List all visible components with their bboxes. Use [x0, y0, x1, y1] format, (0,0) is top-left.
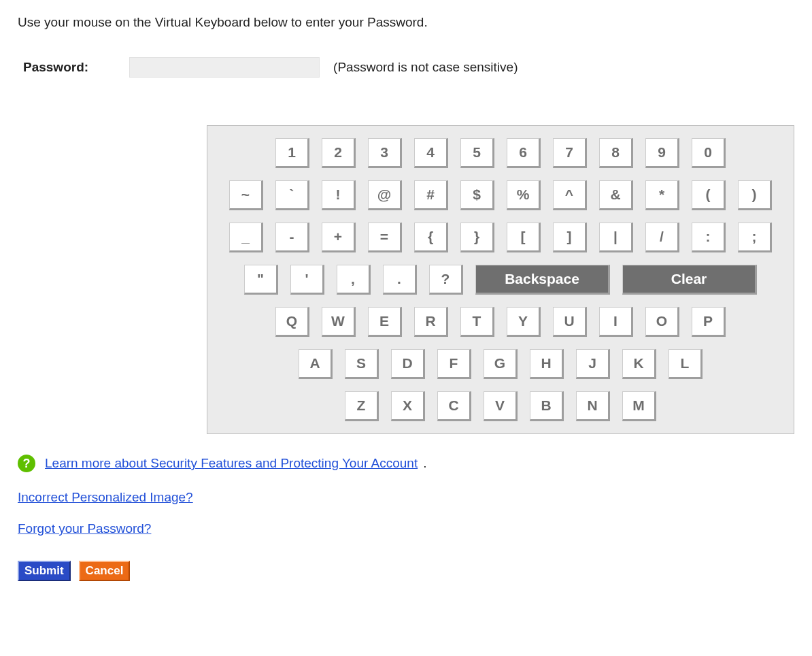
- key-tilde[interactable]: ~: [229, 180, 263, 210]
- key-m[interactable]: M: [622, 391, 656, 421]
- key-o[interactable]: O: [645, 307, 679, 337]
- forgot-password-link[interactable]: Forgot your Password?: [18, 521, 151, 536]
- key-semicolon[interactable]: ;: [738, 223, 772, 252]
- key-caret[interactable]: ^: [553, 180, 587, 210]
- key-b[interactable]: B: [530, 391, 564, 421]
- key-minus[interactable]: -: [275, 223, 309, 252]
- help-icon: ?: [18, 455, 35, 472]
- key-1[interactable]: 1: [275, 138, 309, 168]
- key-u[interactable]: U: [553, 307, 587, 337]
- key-rbracket[interactable]: ]: [553, 223, 587, 252]
- key-0[interactable]: 0: [692, 138, 726, 168]
- key-n[interactable]: N: [576, 391, 610, 421]
- cancel-button[interactable]: Cancel: [79, 561, 131, 581]
- key-amp[interactable]: &: [599, 180, 633, 210]
- key-underscore[interactable]: _: [229, 223, 263, 252]
- keyboard-row-4: " ' , . ? Backspace Clear: [244, 265, 757, 295]
- key-g[interactable]: G: [484, 349, 518, 379]
- key-lbrace[interactable]: {: [414, 223, 448, 252]
- key-h[interactable]: H: [530, 349, 564, 379]
- key-6[interactable]: 6: [507, 138, 541, 168]
- key-rparen[interactable]: ): [738, 180, 772, 210]
- keyboard-row-1: 1 2 3 4 5 6 7 8 9 0: [275, 138, 726, 168]
- key-lparen[interactable]: (: [692, 180, 726, 210]
- key-equals[interactable]: =: [368, 223, 402, 252]
- key-r[interactable]: R: [414, 307, 448, 337]
- key-bang[interactable]: !: [322, 180, 356, 210]
- key-3[interactable]: 3: [368, 138, 402, 168]
- key-d[interactable]: D: [391, 349, 425, 379]
- key-dquote[interactable]: ": [244, 265, 278, 295]
- key-x[interactable]: X: [391, 391, 425, 421]
- key-percent[interactable]: %: [507, 180, 541, 210]
- key-l[interactable]: L: [669, 349, 703, 379]
- key-colon[interactable]: :: [692, 223, 726, 252]
- keyboard-row-5: Q W E R T Y U I O P: [275, 307, 726, 337]
- key-backspace[interactable]: Backspace: [475, 265, 610, 295]
- keyboard-row-3: _ - + = { } [ ] | / : ;: [229, 223, 772, 252]
- virtual-keyboard: 1 2 3 4 5 6 7 8 9 0 ~ ` ! @ # $ % ^ & * …: [207, 125, 794, 434]
- key-at[interactable]: @: [368, 180, 402, 210]
- key-j[interactable]: J: [576, 349, 610, 379]
- key-backtick[interactable]: `: [275, 180, 309, 210]
- key-squote[interactable]: ': [290, 265, 324, 295]
- key-e[interactable]: E: [368, 307, 402, 337]
- incorrect-image-link[interactable]: Incorrect Personalized Image?: [18, 490, 193, 505]
- key-4[interactable]: 4: [414, 138, 448, 168]
- key-i[interactable]: I: [599, 307, 633, 337]
- key-clear[interactable]: Clear: [622, 265, 757, 295]
- security-help-link[interactable]: Learn more about Security Features and P…: [45, 456, 418, 471]
- keyboard-row-6: A S D F G H J K L: [299, 349, 703, 379]
- button-row: Submit Cancel: [18, 561, 794, 581]
- key-period[interactable]: .: [383, 265, 417, 295]
- key-k[interactable]: K: [622, 349, 656, 379]
- help-row: ? Learn more about Security Features and…: [18, 455, 794, 472]
- password-input[interactable]: [129, 57, 320, 78]
- key-w[interactable]: W: [322, 307, 356, 337]
- key-9[interactable]: 9: [645, 138, 679, 168]
- key-lbracket[interactable]: [: [507, 223, 541, 252]
- keyboard-row-7: Z X C V B N M: [345, 391, 656, 421]
- key-rbrace[interactable]: }: [460, 223, 494, 252]
- key-hash[interactable]: #: [414, 180, 448, 210]
- key-slash[interactable]: /: [645, 223, 679, 252]
- period: .: [423, 456, 426, 471]
- key-q[interactable]: Q: [275, 307, 309, 337]
- key-s[interactable]: S: [345, 349, 379, 379]
- key-5[interactable]: 5: [460, 138, 494, 168]
- key-a[interactable]: A: [299, 349, 333, 379]
- keyboard-row-2: ~ ` ! @ # $ % ^ & * ( ): [229, 180, 772, 210]
- key-2[interactable]: 2: [322, 138, 356, 168]
- password-row: Password: (Password is not case sensitiv…: [23, 57, 794, 78]
- password-note: (Password is not case sensitive): [333, 60, 518, 75]
- key-v[interactable]: V: [484, 391, 518, 421]
- key-plus[interactable]: +: [322, 223, 356, 252]
- instruction-text: Use your mouse on the Virtual Keyboard b…: [18, 15, 794, 30]
- key-pipe[interactable]: |: [599, 223, 633, 252]
- key-f[interactable]: F: [437, 349, 471, 379]
- key-c[interactable]: C: [437, 391, 471, 421]
- submit-button[interactable]: Submit: [18, 561, 71, 581]
- link-block: Incorrect Personalized Image? Forgot you…: [18, 490, 794, 553]
- key-z[interactable]: Z: [345, 391, 379, 421]
- key-8[interactable]: 8: [599, 138, 633, 168]
- key-7[interactable]: 7: [553, 138, 587, 168]
- key-p[interactable]: P: [692, 307, 726, 337]
- key-question[interactable]: ?: [429, 265, 463, 295]
- key-comma[interactable]: ,: [337, 265, 371, 295]
- key-y[interactable]: Y: [507, 307, 541, 337]
- password-label: Password:: [23, 60, 88, 75]
- key-t[interactable]: T: [460, 307, 494, 337]
- key-star[interactable]: *: [645, 180, 679, 210]
- key-dollar[interactable]: $: [460, 180, 494, 210]
